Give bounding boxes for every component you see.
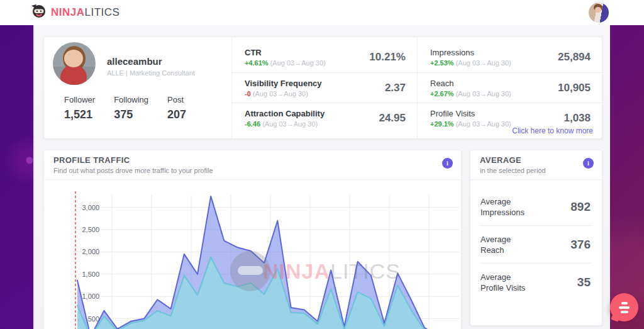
svg-text:1,500: 1,500 (82, 270, 99, 278)
kpi-range: (Aug 03→Aug 30) (270, 59, 326, 67)
content-area: alleceambur ALLE | Marketing Consultant … (33, 25, 610, 329)
kpi-range: (Aug 03→Aug 30) (456, 90, 511, 98)
account-summary-card: alleceambur ALLE | Marketing Consultant … (43, 36, 602, 139)
brand-name: NINJALITICS (51, 6, 119, 19)
kpi-value: 2.37 (385, 82, 406, 94)
profile-column: alleceambur ALLE | Marketing Consultant … (44, 37, 231, 138)
kpi-visibility-frequency: Visibility Frequency -0 (Aug 03→Aug 30) … (232, 72, 417, 103)
profile-traffic-header: PROFILE TRAFFIC Find out what posts drov… (44, 150, 461, 180)
svg-text:2,000: 2,000 (82, 248, 99, 255)
user-avatar[interactable] (589, 3, 609, 23)
kpi-range: (Aug 03→Aug 30) (456, 120, 511, 128)
kpi-delta: +4.61% (245, 59, 269, 67)
kpi-delta: -6.46 (245, 120, 260, 128)
svg-text:1,000: 1,000 (82, 293, 99, 300)
average-impressions-row: Average Impressions 892 (480, 188, 592, 225)
post-count: Post 207 (167, 95, 186, 121)
average-rows: Average Impressions 892 Average Reach 37… (470, 188, 602, 301)
traffic-area-chart: 5001,0001,5002,0002,5003,000 (44, 186, 462, 329)
profile-traffic-subtitle: Find out what posts drove more traffic t… (53, 167, 452, 174)
kpi-ctr: CTR +4.61% (Aug 03→Aug 30) 10.21% (232, 42, 417, 72)
chat-button[interactable] (610, 293, 638, 321)
info-icon[interactable]: i (442, 158, 453, 169)
profile-counts: Follower 1,521 Following 375 Post 207 (64, 95, 186, 121)
svg-text:500: 500 (88, 315, 99, 323)
info-icon[interactable]: i (583, 158, 594, 169)
kpi-value: 10,905 (558, 82, 591, 94)
brand-logo[interactable]: NINJALITICS (30, 4, 119, 21)
following-count: Following 375 (114, 95, 148, 121)
average-profile-visits-value: 35 (577, 276, 591, 289)
follower-count: Follower 1,521 (64, 95, 95, 121)
average-header: AVERAGE in the selected period i (470, 150, 602, 180)
svg-text:2,500: 2,500 (82, 226, 99, 233)
average-impressions-value: 892 (570, 200, 591, 214)
average-reach-row: Average Reach 376 (480, 225, 592, 263)
chat-icon (621, 302, 628, 304)
average-subtitle: in the selected period (480, 167, 593, 174)
kpi-delta: +2.67% (430, 90, 454, 98)
kpi-delta: -0 (245, 90, 251, 98)
kpi-delta: +2.53% (430, 59, 454, 67)
traffic-chart: 5001,0001,5002,0002,5003,000 NINJALITICS (44, 186, 462, 329)
profile-traffic-card: PROFILE TRAFFIC Find out what posts drov… (43, 150, 462, 329)
kpi-delta: +29.1% (430, 120, 454, 128)
profile-avatar[interactable] (53, 42, 96, 85)
top-bar: NINJALITICS (0, 0, 644, 25)
kpi-column-left: CTR +4.61% (Aug 03→Aug 30) 10.21% Visibi… (231, 37, 417, 138)
kpi-attraction-capability: Attraction Capability -6.46 (Aug 03→Aug … (232, 103, 417, 133)
kpi-reach: Reach +2.67% (Aug 03→Aug 30) 10,905 (418, 72, 602, 103)
kpi-range: (Aug 03→Aug 30) (253, 90, 308, 98)
kpi-value: 10.21% (369, 51, 406, 64)
profile-username: alleceambur (107, 56, 162, 67)
page: NINJALITICS alleceambur ALLE | Marketing… (0, 0, 644, 329)
kpi-range: (Aug 03→Aug 30) (262, 120, 318, 128)
kpi-value: 1,038 (564, 112, 591, 125)
average-card: AVERAGE in the selected period i Average… (470, 150, 602, 326)
kpi-column-right: Impressions +2.53% (Aug 03→Aug 30) 25,89… (417, 37, 602, 138)
kpi-value: 24.95 (379, 112, 406, 125)
kpi-range: (Aug 03→Aug 30) (456, 59, 511, 67)
know-more-link[interactable]: Click here to know more (512, 126, 593, 135)
kpi-impressions: Impressions +2.53% (Aug 03→Aug 30) 25,89… (418, 42, 602, 72)
kpi-value: 25,894 (558, 51, 591, 64)
profile-traffic-title: PROFILE TRAFFIC (53, 155, 452, 165)
profile-bio: ALLE | Marketing Consultant (107, 69, 195, 77)
average-reach-value: 376 (570, 238, 591, 252)
ninja-logo-icon (30, 4, 47, 21)
average-title: AVERAGE (480, 155, 593, 165)
average-profile-visits-row: Average Profile Visits 35 (480, 263, 592, 301)
svg-text:3,000: 3,000 (82, 204, 99, 211)
